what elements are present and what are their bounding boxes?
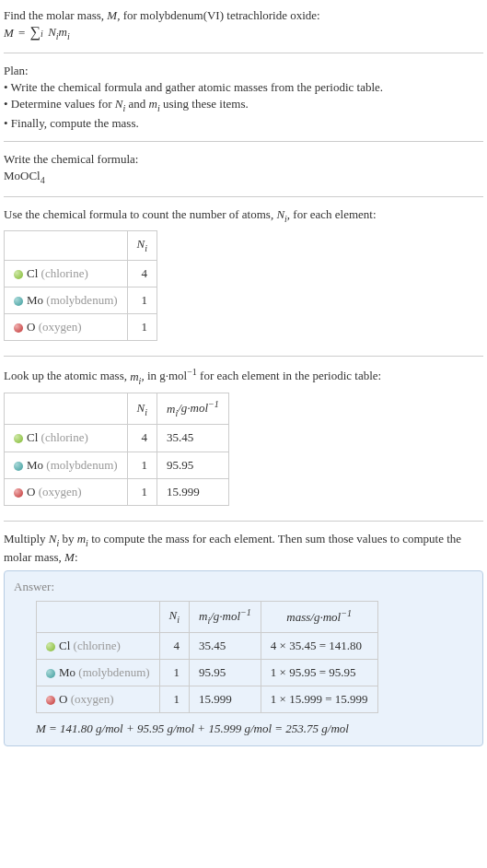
divider — [4, 196, 483, 197]
element-name: (chlorine) — [74, 639, 121, 652]
header-empty — [37, 601, 160, 632]
ni-cell: 1 — [159, 686, 189, 713]
header-mass: mass/g·mol−1 — [261, 601, 377, 632]
element-symbol: Cl — [27, 430, 38, 444]
atomic-mass-table: Ni mi/g·mol−1 Cl (chlorine) 4 35.45 Mo (… — [4, 393, 229, 505]
table-row: Mo (molybdenum) 1 95.95 1 × 95.95 = 95.9… — [37, 659, 378, 686]
divider — [4, 141, 483, 142]
header-ni: Ni — [127, 231, 157, 261]
element-cell: Cl (chlorine) — [5, 260, 128, 287]
element-symbol: O — [27, 320, 35, 334]
mass-cell: 1 × 15.999 = 15.999 — [261, 686, 377, 713]
element-dot-icon — [46, 642, 55, 651]
header-ni: Ni — [127, 393, 157, 425]
mi-cell: 15.999 — [157, 478, 229, 505]
element-cell: Mo (molybdenum) — [5, 452, 128, 478]
element-symbol: Mo — [59, 665, 75, 679]
divider — [4, 356, 483, 357]
intro-text: Find the molar mass, M, for molybdenum(V… — [4, 7, 483, 24]
element-cell: Cl (chlorine) — [5, 425, 128, 452]
header-empty — [5, 393, 128, 425]
count-atoms-section: Use the chemical formula to count the nu… — [4, 203, 483, 351]
element-symbol: O — [27, 485, 35, 499]
element-name: (chlorine) — [41, 430, 88, 444]
plan-item: • Determine values for Ni and mi using t… — [4, 96, 483, 115]
element-dot-icon — [14, 323, 23, 333]
element-name: (chlorine) — [41, 266, 88, 280]
table-row: Cl (chlorine) 4 35.45 — [5, 425, 229, 452]
table-row: Mo (molybdenum) 1 95.95 — [5, 452, 229, 478]
ni-cell: 1 — [127, 314, 157, 341]
answer-table: Ni mi/g·mol−1 mass/g·mol−1 Cl (chlorine)… — [36, 601, 378, 713]
divider — [4, 521, 483, 522]
element-name: (molybdenum) — [78, 665, 149, 679]
ni-cell: 4 — [127, 425, 157, 452]
ni-cell: 1 — [159, 659, 189, 686]
table-row: Cl (chlorine) 4 35.45 4 × 35.45 = 141.80 — [37, 632, 378, 659]
table-row: O (oxygen) 1 15.999 — [5, 478, 229, 505]
ni-cell: 4 — [127, 260, 157, 287]
element-dot-icon — [14, 462, 23, 471]
element-cell: O (oxygen) — [5, 478, 128, 505]
table-row: Mo (molybdenum) 1 — [5, 287, 157, 314]
header-empty — [5, 231, 128, 261]
answer-label: Answer: — [14, 579, 473, 595]
ni-cell: 4 — [159, 632, 189, 659]
element-dot-icon — [14, 297, 23, 306]
element-dot-icon — [14, 434, 23, 443]
element-cell: Mo (molybdenum) — [5, 287, 128, 314]
element-symbol: Cl — [27, 266, 38, 280]
element-name: (molybdenum) — [46, 293, 117, 307]
header-ni: Ni — [159, 601, 189, 632]
chemical-formula-section: Write the chemical formula: MoOCl4 — [4, 147, 483, 191]
header-mi: mi/g·mol−1 — [190, 601, 261, 632]
table-header-row: Ni — [5, 231, 157, 261]
plan-item: • Finally, compute the mass. — [4, 115, 483, 132]
table-row: Cl (chlorine) 4 — [5, 260, 157, 287]
atomic-mass-section: Look up the atomic mass, mi, in g·mol−1 … — [4, 362, 483, 514]
mass-cell: 1 × 95.95 = 95.95 — [261, 659, 377, 686]
table-header-row: Ni mi/g·mol−1 — [5, 393, 229, 425]
header-mi: mi/g·mol−1 — [157, 393, 229, 425]
divider — [4, 53, 483, 53]
element-cell: Cl (chlorine) — [37, 632, 160, 659]
mi-cell: 15.999 — [190, 686, 261, 713]
atom-count-table: Ni Cl (chlorine) 4 Mo (molybdenum) 1 O (… — [4, 230, 157, 341]
ni-cell: 1 — [127, 287, 157, 314]
ni-cell: 1 — [127, 478, 157, 505]
mass-cell: 4 × 35.45 = 141.80 — [261, 632, 377, 659]
plan-section: Plan: • Write the chemical formula and g… — [4, 59, 483, 135]
mi-cell: 35.45 — [157, 425, 229, 452]
chemformula-sub: 4 — [41, 175, 45, 185]
ni-cell: 1 — [127, 452, 157, 478]
table-header-row: Ni mi/g·mol−1 mass/g·mol−1 — [37, 601, 378, 632]
mi-cell: 95.95 — [190, 659, 261, 686]
element-dot-icon — [46, 669, 55, 678]
element-name: (oxygen) — [39, 485, 82, 499]
element-dot-icon — [46, 696, 55, 705]
element-symbol: O — [59, 692, 67, 706]
element-cell: O (oxygen) — [37, 686, 160, 713]
mi-cell: 35.45 — [190, 632, 261, 659]
element-cell: Mo (molybdenum) — [37, 659, 160, 686]
plan-list: • Write the chemical formula and gather … — [4, 79, 483, 132]
molar-mass-formula: M = ∑i Nimi — [4, 24, 483, 43]
element-cell: O (oxygen) — [5, 314, 128, 341]
answer-box: Answer: Ni mi/g·mol−1 mass/g·mol−1 Cl (c… — [4, 570, 483, 746]
chemformula-base: MoOCl — [4, 169, 41, 182]
multiply-intro: Multiply Ni by mi to compute the mass fo… — [4, 531, 483, 567]
intro-section: Find the molar mass, M, for molybdenum(V… — [4, 4, 483, 47]
count-atoms-intro: Use the chemical formula to count the nu… — [4, 206, 483, 226]
table-row: O (oxygen) 1 15.999 1 × 15.999 = 15.999 — [37, 686, 378, 713]
plan-header: Plan: — [4, 63, 483, 79]
table-row: O (oxygen) 1 — [5, 314, 157, 341]
final-answer: M = 141.80 g/mol + 95.95 g/mol + 15.999 … — [36, 721, 473, 737]
lookup-intro: Look up the atomic mass, mi, in g·mol−1 … — [4, 366, 483, 387]
element-dot-icon — [14, 270, 23, 279]
multiply-section: Multiply Ni by mi to compute the mass fo… — [4, 527, 483, 750]
element-name: (molybdenum) — [46, 458, 117, 472]
element-symbol: Mo — [27, 458, 43, 472]
element-symbol: Mo — [27, 293, 43, 307]
chemformula-value: MoOCl4 — [4, 168, 483, 187]
plan-item: • Write the chemical formula and gather … — [4, 79, 483, 96]
